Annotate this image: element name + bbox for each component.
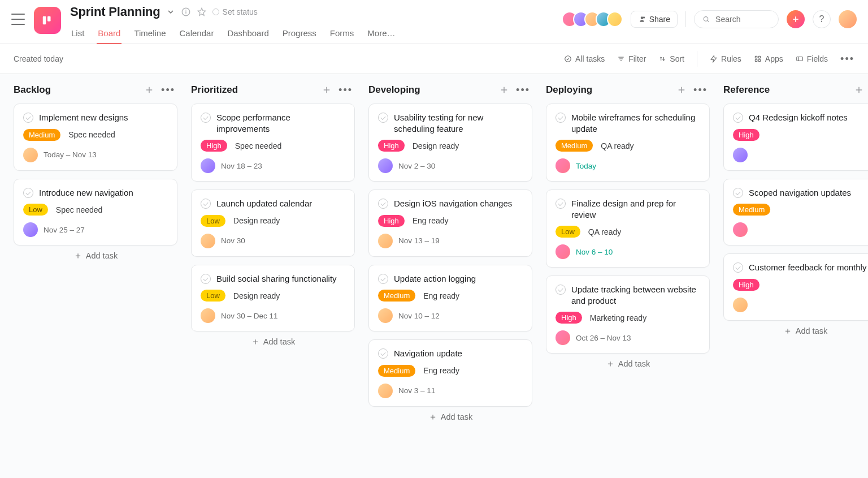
task-card[interactable]: Design iOS navigation changes High Eng r… — [368, 190, 532, 257]
svg-rect-17 — [755, 59, 757, 62]
task-card[interactable]: Build social sharing functionality Low D… — [191, 265, 355, 332]
task-card[interactable]: Implement new designs Medium Spec needed… — [14, 104, 177, 171]
assignee-avatar[interactable] — [201, 234, 215, 248]
assignee-avatar[interactable] — [201, 158, 215, 173]
priority-pill: Medium — [733, 204, 770, 216]
complete-toggle[interactable] — [378, 274, 388, 284]
svg-rect-19 — [796, 57, 802, 61]
task-card[interactable]: Finalize design and prep for review Low … — [546, 190, 710, 268]
assignee-avatar[interactable] — [555, 330, 570, 345]
assignee-avatar[interactable] — [23, 148, 38, 162]
complete-toggle[interactable] — [201, 113, 211, 123]
column-more-icon[interactable]: ••• — [693, 85, 708, 95]
svg-point-11 — [565, 56, 571, 62]
tab-progress[interactable]: Progress — [281, 25, 318, 44]
tab-dashboard[interactable]: Dashboard — [226, 25, 270, 44]
add-task-button[interactable]: ＋Add task — [723, 321, 868, 338]
menu-toggle[interactable] — [11, 14, 25, 25]
add-task-button[interactable]: ＋Add task — [191, 331, 355, 348]
task-card[interactable]: Navigation update Medium Eng ready Nov 3… — [368, 339, 532, 407]
complete-toggle[interactable] — [23, 113, 33, 123]
assignee-avatar[interactable] — [733, 148, 748, 162]
task-card[interactable]: Scope performance improvements High Spec… — [191, 104, 355, 182]
set-status[interactable]: Set status — [212, 8, 258, 16]
task-card[interactable]: Usability testing for new scheduling fea… — [368, 104, 532, 182]
complete-toggle[interactable] — [555, 285, 566, 295]
tab-calendar[interactable]: Calendar — [179, 25, 215, 44]
add-task-button[interactable]: ＋Add task — [368, 407, 532, 424]
project-title[interactable]: Sprint Planning — [70, 6, 160, 18]
search-input[interactable] — [694, 10, 779, 28]
tab-more[interactable]: More… — [366, 25, 396, 44]
task-title: Design iOS navigation changes — [394, 198, 512, 209]
apps[interactable]: Apps — [754, 54, 783, 63]
filter[interactable]: Filter — [617, 54, 646, 63]
column-title: Prioritized — [191, 84, 238, 96]
due-date: Nov 10 – 12 — [398, 312, 440, 320]
user-avatar[interactable] — [839, 10, 857, 28]
assignee-avatar[interactable] — [733, 222, 748, 237]
task-title: Mobile wireframes for scheduling update — [571, 112, 700, 134]
add-card-icon[interactable] — [144, 85, 154, 95]
complete-toggle[interactable] — [378, 348, 388, 359]
add-card-icon[interactable] — [854, 85, 864, 95]
created-label: Created today — [14, 54, 63, 63]
priority-pill: Low — [23, 204, 48, 216]
complete-toggle[interactable] — [555, 199, 566, 209]
task-card[interactable]: Introduce new navigation Low Spec needed… — [14, 179, 177, 246]
priority-pill: High — [378, 215, 405, 227]
assignee-avatar[interactable] — [378, 384, 393, 398]
add-card-icon[interactable] — [322, 85, 332, 95]
help-button[interactable]: ? — [813, 10, 831, 28]
tab-forms[interactable]: Forms — [329, 25, 355, 44]
assignee-avatar[interactable] — [378, 158, 393, 173]
complete-toggle[interactable] — [23, 188, 33, 198]
complete-toggle[interactable] — [555, 113, 566, 123]
task-card[interactable]: Q4 Redesign kickoff notes High — [723, 104, 868, 171]
more-icon[interactable]: ••• — [840, 54, 854, 64]
share-button[interactable]: Share — [631, 11, 678, 28]
task-card[interactable]: Scoped navigation updates Medium — [723, 179, 868, 246]
task-title: Usability testing for new scheduling fea… — [394, 112, 523, 134]
column-title: Reference — [723, 84, 770, 96]
status-label: Spec needed — [68, 130, 115, 139]
add-card-icon[interactable] — [676, 85, 687, 95]
task-card[interactable]: Update action logging Medium Eng ready N… — [368, 265, 532, 332]
complete-toggle[interactable] — [201, 274, 211, 284]
add-card-icon[interactable] — [499, 85, 509, 95]
complete-toggle[interactable] — [733, 113, 743, 123]
column-more-icon[interactable]: ••• — [338, 85, 353, 95]
assignee-avatar[interactable] — [201, 308, 215, 323]
complete-toggle[interactable] — [201, 199, 211, 209]
column-more-icon[interactable]: ••• — [161, 85, 175, 95]
all-tasks[interactable]: All tasks — [564, 54, 605, 63]
assignee-avatar[interactable] — [555, 158, 570, 173]
assignee-avatar[interactable] — [23, 222, 38, 237]
tab-list[interactable]: List — [70, 25, 85, 44]
complete-toggle[interactable] — [733, 188, 743, 198]
assignee-avatar[interactable] — [378, 308, 393, 323]
chevron-down-icon[interactable] — [166, 7, 175, 16]
sort[interactable]: Sort — [658, 54, 684, 63]
add-task-button[interactable]: ＋Add task — [546, 354, 710, 371]
complete-toggle[interactable] — [378, 199, 388, 209]
tab-timeline[interactable]: Timeline — [133, 25, 167, 44]
task-card[interactable]: Update tracking between website and prod… — [546, 275, 710, 354]
task-card[interactable]: Launch updated calendar Low Design ready… — [191, 190, 355, 257]
column-more-icon[interactable]: ••• — [516, 85, 530, 95]
rules[interactable]: Rules — [710, 54, 741, 63]
project-members[interactable] — [566, 11, 623, 27]
info-icon[interactable] — [181, 7, 191, 17]
tab-board[interactable]: Board — [97, 25, 121, 44]
task-card[interactable]: Customer feedback for monthly High — [723, 253, 868, 321]
complete-toggle[interactable] — [378, 113, 388, 123]
fields[interactable]: Fields — [796, 54, 828, 63]
global-add-button[interactable] — [787, 10, 805, 28]
assignee-avatar[interactable] — [733, 298, 748, 312]
assignee-avatar[interactable] — [378, 234, 393, 248]
assignee-avatar[interactable] — [555, 244, 570, 259]
task-card[interactable]: Mobile wireframes for scheduling update … — [546, 104, 710, 182]
star-icon[interactable] — [197, 7, 207, 17]
complete-toggle[interactable] — [733, 262, 743, 273]
add-task-button[interactable]: ＋Add task — [14, 246, 177, 262]
